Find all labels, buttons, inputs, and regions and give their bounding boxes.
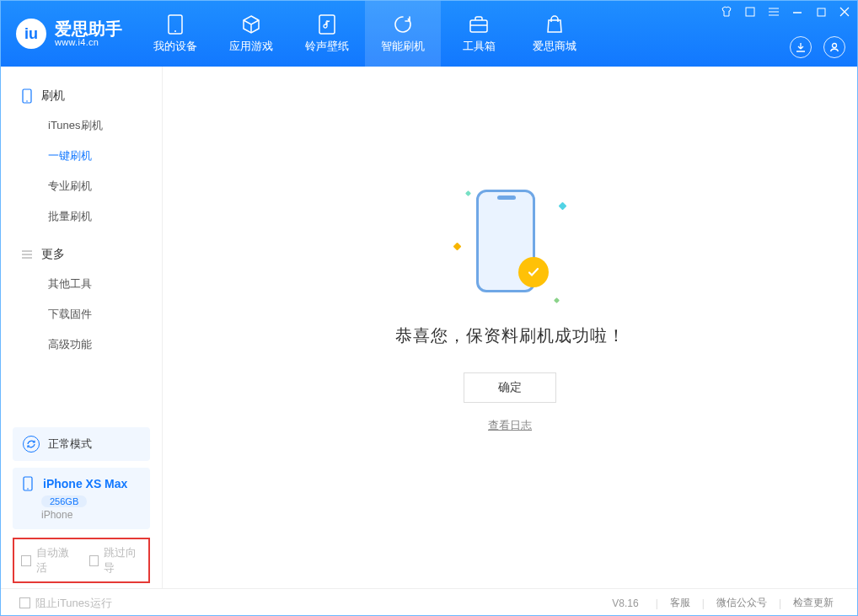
checkbox-label: 跳过向导	[104, 545, 142, 576]
checkbox-icon	[21, 555, 31, 566]
cube-icon	[240, 13, 262, 35]
sidebar-item-batch-flash[interactable]: 批量刷机	[1, 201, 162, 232]
device-mode-card[interactable]: 正常模式	[13, 427, 150, 461]
storage-chip: 256GB	[41, 495, 87, 507]
briefcase-icon	[468, 13, 490, 35]
footer-link-support[interactable]: 客服	[665, 596, 695, 610]
tab-apps[interactable]: 应用游戏	[213, 1, 289, 67]
list-icon	[21, 247, 33, 262]
tab-label: 工具箱	[463, 39, 496, 54]
sidebar-item-oneclick-flash[interactable]: 一键刷机	[1, 141, 162, 171]
download-button[interactable]	[790, 36, 812, 58]
maximize-button[interactable]	[815, 6, 827, 18]
logo-area: iu 爱思助手 www.i4.cn	[1, 1, 137, 67]
sidebar-item-itunes-flash[interactable]: iTunes刷机	[1, 110, 162, 141]
app-header: iu 爱思助手 www.i4.cn 我的设备 应用游戏 铃声壁纸 智能刷机 工具…	[1, 1, 857, 67]
checkbox-block-itunes[interactable]: 阻止iTunes运行	[19, 596, 112, 611]
phone-outline-icon	[23, 476, 35, 491]
header-actions	[790, 36, 845, 58]
window-controls	[721, 6, 850, 18]
sidebar-item-other-tools[interactable]: 其他工具	[1, 269, 162, 299]
device-icon	[164, 13, 186, 35]
sidebar-section-more: 更多	[1, 240, 162, 269]
section-label: 更多	[41, 247, 65, 262]
highlighted-options: 自动激活 跳过向导	[13, 538, 150, 583]
close-button[interactable]	[839, 6, 850, 18]
tab-label: 智能刷机	[381, 39, 425, 54]
tab-label: 我的设备	[153, 39, 197, 54]
user-button[interactable]	[823, 36, 845, 58]
view-log-link[interactable]: 查看日志	[488, 418, 532, 433]
bag-icon	[544, 13, 566, 35]
sidebar-item-advanced[interactable]: 高级功能	[1, 329, 162, 360]
shirt-icon[interactable]	[721, 6, 732, 18]
confirm-button[interactable]: 确定	[464, 372, 556, 403]
checkbox-icon	[19, 597, 30, 608]
checkbox-skip-guide[interactable]: 跳过向导	[89, 545, 142, 576]
sync-icon	[23, 436, 40, 453]
sidebar: 刷机 iTunes刷机 一键刷机 专业刷机 批量刷机 更多 其他工具 下载固件 …	[1, 67, 163, 588]
checkbox-label: 阻止iTunes运行	[35, 596, 112, 611]
svg-point-1	[174, 30, 176, 32]
version-label: V8.16	[612, 597, 638, 609]
svg-rect-5	[818, 8, 825, 16]
tab-store[interactable]: 爱思商城	[517, 1, 593, 67]
checkbox-auto-activate[interactable]: 自动激活	[21, 545, 74, 576]
logo-icon: iu	[16, 19, 46, 49]
tab-my-device[interactable]: 我的设备	[137, 1, 213, 67]
footer-link-wechat[interactable]: 微信公众号	[711, 596, 772, 610]
svg-point-6	[833, 44, 837, 48]
mode-label: 正常模式	[48, 437, 92, 452]
checkbox-label: 自动激活	[36, 545, 74, 576]
music-file-icon	[316, 13, 338, 35]
refresh-icon	[392, 13, 414, 35]
device-type: iPhone	[41, 509, 140, 521]
sidebar-item-pro-flash[interactable]: 专业刷机	[1, 171, 162, 201]
success-message: 恭喜您，保资料刷机成功啦！	[395, 324, 625, 347]
square-icon[interactable]	[744, 6, 756, 18]
svg-point-8	[26, 100, 28, 102]
menu-icon[interactable]	[768, 6, 780, 18]
sidebar-section-flash: 刷机	[1, 82, 162, 110]
tab-flash[interactable]: 智能刷机	[365, 1, 441, 67]
tab-label: 爱思商城	[533, 39, 576, 54]
device-name: iPhone XS Max	[43, 477, 127, 490]
tab-toolbox[interactable]: 工具箱	[441, 1, 517, 67]
phone-outline-icon	[21, 88, 33, 104]
svg-rect-4	[746, 8, 754, 16]
success-illustration	[442, 185, 577, 303]
section-label: 刷机	[41, 88, 65, 104]
main-panel: 恭喜您，保资料刷机成功啦！ 确定 查看日志	[163, 67, 857, 588]
status-bar: 阻止iTunes运行 V8.16 | 客服 | 微信公众号 | 检查更新	[1, 588, 857, 616]
checkbox-icon	[89, 555, 99, 566]
minimize-button[interactable]	[791, 6, 803, 18]
tab-label: 铃声壁纸	[305, 39, 349, 54]
app-title: 爱思助手	[55, 20, 122, 37]
svg-point-10	[27, 488, 29, 490]
tab-label: 应用游戏	[229, 39, 273, 54]
device-card[interactable]: iPhone XS Max 256GB iPhone	[13, 468, 150, 529]
check-badge-icon	[518, 257, 549, 287]
footer-link-update[interactable]: 检查更新	[788, 596, 839, 610]
sidebar-item-download-fw[interactable]: 下载固件	[1, 299, 162, 329]
svg-rect-3	[470, 20, 487, 32]
tab-ringtones[interactable]: 铃声壁纸	[289, 1, 365, 67]
app-site: www.i4.cn	[55, 37, 122, 47]
